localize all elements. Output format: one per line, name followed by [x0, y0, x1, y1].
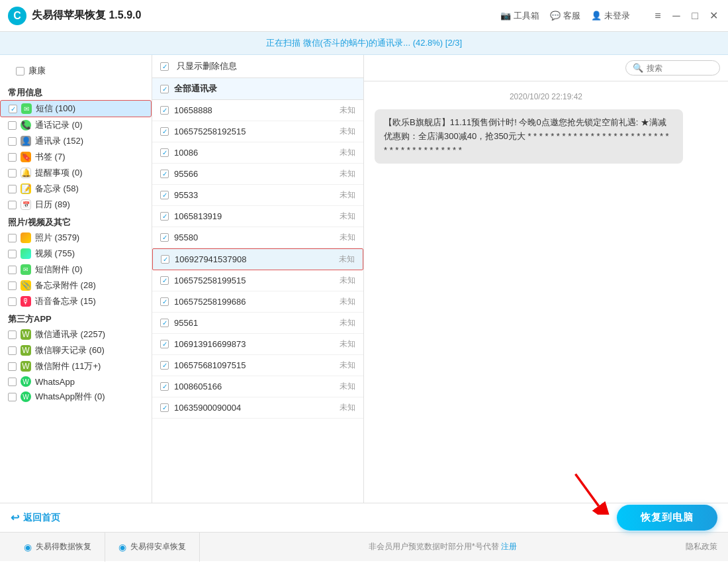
toolbox-btn[interactable]: 📷 工具箱	[500, 10, 539, 22]
register-link[interactable]: 注册	[501, 542, 517, 551]
restore-button[interactable]: 恢复到电脑	[617, 505, 717, 531]
message-row[interactable]: 106575258199515 未知	[152, 270, 363, 291]
sidebar-item-call[interactable]: 📞 通话记录 (0)	[0, 117, 152, 133]
sidebar-item-calendar[interactable]: 📅 日历 (89)	[0, 197, 152, 213]
wechat-contacts-checkbox[interactable]	[8, 331, 17, 339]
sms-checkbox[interactable]	[9, 105, 17, 113]
sidebar-item-sms-attach[interactable]: ✉ 短信附件 (0)	[0, 262, 152, 278]
video-checkbox[interactable]	[8, 250, 17, 258]
message-row[interactable]: 1065813919 未知	[152, 206, 363, 227]
search-input[interactable]	[647, 64, 713, 73]
status-bar: 正在扫描 微信(否斗的蜗牛)的通讯录... (42.8%) [2/3]	[0, 32, 728, 55]
whatsapp-checkbox[interactable]	[8, 378, 17, 386]
message-row[interactable]: 106927941537908 未知	[152, 248, 363, 270]
msg-checkbox[interactable]	[160, 127, 169, 136]
msg-checkbox[interactable]	[160, 382, 169, 391]
maximize-btn[interactable]: □	[688, 9, 702, 23]
msg-status: 未知	[340, 317, 355, 329]
all-contacts-checkbox[interactable]	[160, 85, 169, 93]
reminder-icon: 🔔	[21, 168, 31, 178]
sidebar-item-contacts[interactable]: 👤 通讯录 (152)	[0, 133, 152, 149]
msg-checkbox[interactable]	[160, 297, 169, 306]
reminder-checkbox[interactable]	[8, 169, 17, 178]
msg-checkbox[interactable]	[160, 106, 169, 115]
note-checkbox[interactable]	[8, 185, 17, 193]
sidebar-item-whatsapp[interactable]: W WhatsApp	[0, 374, 152, 389]
msg-checkbox[interactable]	[160, 361, 169, 370]
message-row[interactable]: 106575681097515 未知	[152, 355, 363, 376]
note-label: 备忘录 (58)	[35, 183, 79, 195]
close-btn[interactable]: ✕	[707, 9, 720, 23]
msg-checkbox[interactable]	[160, 233, 169, 242]
whatsapp-attach-checkbox[interactable]	[8, 393, 17, 401]
message-row[interactable]: 106575258192515 未知	[152, 121, 363, 142]
sidebar-item-sms[interactable]: ✉ 短信 (100)	[0, 100, 152, 117]
contacts-checkbox[interactable]	[8, 137, 17, 146]
sidebar-item-whatsapp-attach[interactable]: W WhatsApp附件 (0)	[0, 389, 152, 405]
msg-number: 10658888	[174, 105, 334, 115]
calendar-checkbox[interactable]	[8, 201, 17, 209]
sidebar-item-video[interactable]: 视频 (755)	[0, 246, 152, 262]
calendar-label: 日历 (89)	[35, 199, 70, 211]
msg-checkbox[interactable]	[160, 170, 169, 178]
minimize-btn[interactable]: ─	[670, 9, 683, 23]
message-row[interactable]: 10635900090004 未知	[152, 397, 363, 419]
middle-panel: 只显示删除信息 全部通讯录 10658888 未知 10657525819251…	[152, 55, 364, 503]
message-row[interactable]: 106913916699873 未知	[152, 334, 363, 355]
whatsapp-icon: W	[21, 376, 31, 387]
message-row[interactable]: 95566 未知	[152, 164, 363, 185]
msg-checkbox[interactable]	[160, 403, 169, 412]
wechat-attach-checkbox[interactable]	[8, 362, 17, 371]
message-row[interactable]: 95561 未知	[152, 313, 363, 334]
footer-tab-data-recovery[interactable]: ◉ 失易得数据恢复	[11, 533, 105, 562]
sidebar-item-wechat-contacts[interactable]: W 微信通讯录 (2257)	[0, 327, 152, 342]
message-row[interactable]: 10658888 未知	[152, 100, 363, 121]
login-btn[interactable]: 👤 未登录	[591, 10, 630, 22]
call-checkbox[interactable]	[8, 121, 17, 130]
msg-number: 106927941537908	[175, 254, 334, 264]
note-attach-label: 备忘录附件 (28)	[35, 280, 96, 291]
wechat-attach-label: 微信附件 (11万+)	[35, 360, 101, 372]
msg-checkbox[interactable]	[160, 148, 169, 157]
photo-checkbox[interactable]	[8, 234, 17, 242]
msg-checkbox[interactable]	[160, 340, 169, 348]
whatsapp-label: WhatsApp	[35, 377, 75, 387]
msg-checkbox[interactable]	[160, 212, 169, 221]
sidebar-item-reminder[interactable]: 🔔 提醒事项 (0)	[0, 165, 152, 181]
msg-checkbox[interactable]	[161, 255, 169, 264]
search-box[interactable]: 🔍	[625, 60, 720, 76]
privacy-policy-link[interactable]: 隐私政策	[686, 541, 717, 552]
sidebar-item-wechat-chat[interactable]: W 微信聊天记录 (60)	[0, 342, 152, 358]
check-all[interactable]	[160, 62, 169, 71]
sidebar-item-note[interactable]: 📝 备忘录 (58)	[0, 181, 152, 197]
voice-checkbox[interactable]	[8, 297, 17, 306]
bookmark-checkbox[interactable]	[8, 153, 17, 162]
sidebar-item-voice-memo[interactable]: 🎙 语音备忘录 (15)	[0, 293, 152, 309]
menu-btn[interactable]: ≡	[651, 9, 664, 23]
service-btn[interactable]: 💬 客服	[550, 10, 580, 22]
msg-checkbox[interactable]	[160, 191, 169, 199]
sidebar-item-note-attach[interactable]: 📎 备忘录附件 (28)	[0, 278, 152, 293]
top-checkbox[interactable]	[16, 67, 24, 76]
wechat-chat-checkbox[interactable]	[8, 346, 17, 355]
message-list: 10658888 未知 106575258192515 未知 10086 未知 …	[152, 100, 363, 503]
sms-attach-checkbox[interactable]	[8, 266, 17, 274]
message-row[interactable]: 10086 未知	[152, 142, 363, 164]
note-attach-checkbox[interactable]	[8, 282, 17, 290]
msg-status: 未知	[340, 168, 355, 179]
message-row[interactable]: 106575258199686 未知	[152, 291, 363, 313]
msg-checkbox[interactable]	[160, 319, 169, 327]
sidebar-item-photo[interactable]: 照片 (3579)	[0, 230, 152, 246]
message-row[interactable]: 95580 未知	[152, 227, 363, 248]
message-row[interactable]: 1008605166 未知	[152, 376, 363, 397]
message-row[interactable]: 95533 未知	[152, 185, 363, 206]
back-button[interactable]: ↩ 返回首页	[11, 511, 60, 524]
sidebar-item-bookmark[interactable]: 🔖 书签 (7)	[0, 149, 152, 165]
all-contacts-row[interactable]: 全部通讯录	[152, 78, 363, 100]
sms-icon: ✉	[21, 103, 32, 114]
wechat-contacts-label: 微信通讯录 (2257)	[35, 329, 105, 340]
sidebar-top-item[interactable]: 康康	[8, 63, 144, 79]
msg-checkbox[interactable]	[160, 276, 169, 285]
footer-tab-android-recovery[interactable]: ◉ 失易得安卓恢复	[105, 533, 200, 562]
sidebar-item-wechat-attach[interactable]: W 微信附件 (11万+)	[0, 358, 152, 374]
